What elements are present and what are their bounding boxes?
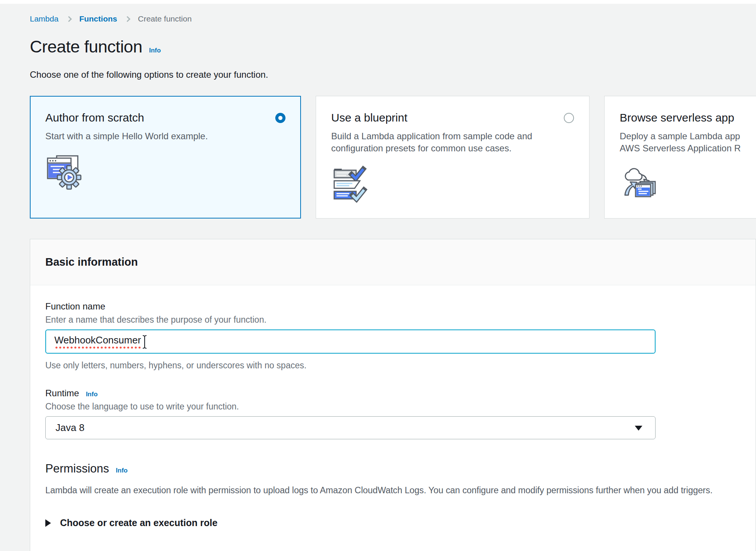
execution-role-expander-label: Choose or create an execution role xyxy=(60,517,218,528)
function-name-constraint: Use only letters, numbers, hyphens, or u… xyxy=(45,360,741,371)
chevron-right-icon xyxy=(66,16,72,22)
breadcrumb-current: Create function xyxy=(138,14,191,23)
page-info-link[interactable]: Info xyxy=(149,47,161,54)
card-use-a-blueprint[interactable]: Use a blueprint Build a Lambda applicati… xyxy=(316,96,589,219)
breadcrumb-functions-link[interactable]: Functions xyxy=(79,14,117,23)
window-gear-icon xyxy=(45,153,83,191)
cloud-deploy-icon xyxy=(620,165,657,203)
function-name-label: Function name xyxy=(45,301,105,312)
panel-title: Basic information xyxy=(45,256,741,268)
page-header: Create function Info xyxy=(30,37,756,57)
runtime-label: Runtime xyxy=(45,388,79,399)
function-name-help: Enter a name that describes the purpose … xyxy=(45,315,741,325)
blueprint-checklist-icon xyxy=(331,165,369,203)
creation-option-cards: Author from scratch Start with a simple … xyxy=(30,96,756,219)
runtime-selected-value: Java 8 xyxy=(56,422,85,434)
chevron-down-icon xyxy=(635,426,642,431)
text-cursor-icon xyxy=(142,334,147,349)
page-title: Create function xyxy=(30,37,142,57)
basic-information-panel: Basic information Function name Enter a … xyxy=(30,239,756,551)
runtime-select[interactable]: Java 8 xyxy=(45,416,656,439)
permissions-description: Lambda will create an execution role wit… xyxy=(45,485,741,496)
card-description: Start with a simple Hello World example. xyxy=(45,130,285,142)
page-subtitle: Choose one of the following options to c… xyxy=(30,69,756,80)
breadcrumb: Lambda Functions Create function xyxy=(30,14,756,23)
card-title: Use a blueprint xyxy=(331,111,407,124)
permissions-info-link[interactable]: Info xyxy=(116,467,128,474)
app-bar-strip xyxy=(0,0,756,4)
chevron-right-icon xyxy=(125,16,131,22)
triangle-right-icon xyxy=(45,519,51,527)
radio-selected-icon[interactable] xyxy=(275,113,285,123)
permissions-title: Permissions xyxy=(45,462,109,476)
card-description: Deploy a sample Lambda app AWS Serverles… xyxy=(620,130,756,154)
runtime-info-link[interactable]: Info xyxy=(86,391,97,398)
runtime-help: Choose the language to use to write your… xyxy=(45,402,741,412)
breadcrumb-lambda-link[interactable]: Lambda xyxy=(30,14,59,23)
function-name-value: WebhookConsumer xyxy=(54,334,141,349)
card-description: Build a Lambda application from sample c… xyxy=(331,130,574,154)
execution-role-expander[interactable]: Choose or create an execution role xyxy=(45,517,741,528)
card-title: Browse serverless app xyxy=(620,111,734,124)
radio-unselected-icon[interactable] xyxy=(564,113,574,123)
card-author-from-scratch[interactable]: Author from scratch Start with a simple … xyxy=(30,96,301,219)
function-name-input[interactable]: WebhookConsumer xyxy=(45,329,656,354)
panel-header: Basic information xyxy=(30,239,756,285)
panel-body: Function name Enter a name that describe… xyxy=(30,285,756,551)
card-title: Author from scratch xyxy=(45,111,144,124)
card-browse-serverless-app[interactable]: Browse serverless app Deploy a sample La… xyxy=(604,96,756,219)
